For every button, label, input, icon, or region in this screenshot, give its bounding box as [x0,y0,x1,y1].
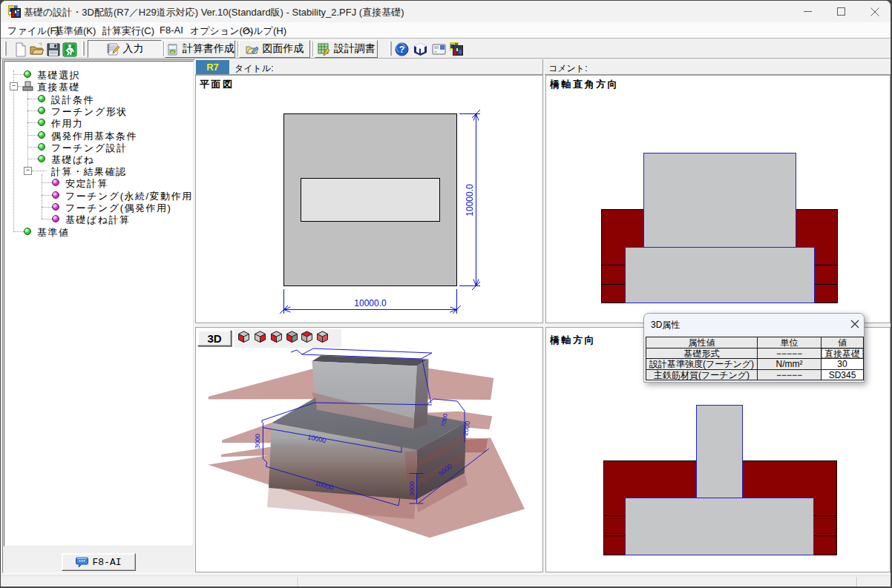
svg-text:3000: 3000 [408,481,416,496]
svg-text:2000: 2000 [462,420,471,436]
svg-text:10000.0: 10000.0 [354,298,387,308]
svg-text:3000: 3000 [254,434,261,449]
svg-text:10000.0: 10000.0 [465,184,475,217]
svg-text:?: ? [399,44,404,55]
